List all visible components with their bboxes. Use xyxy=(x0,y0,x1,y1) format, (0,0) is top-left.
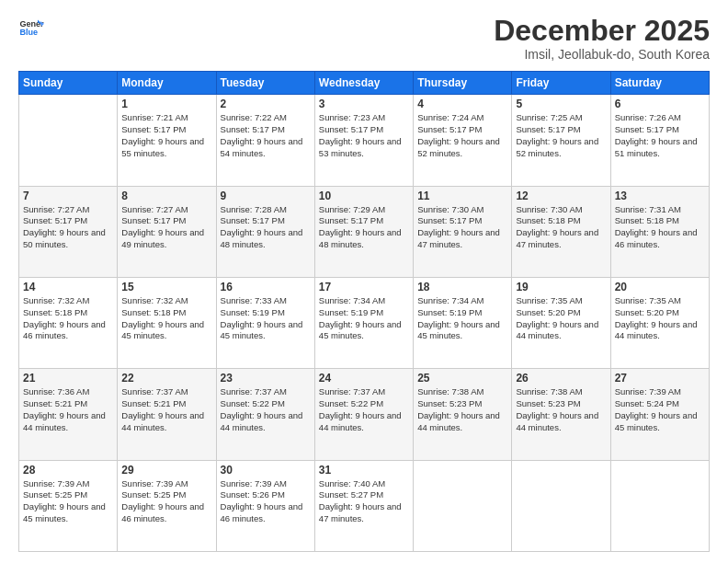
header-thursday: Thursday xyxy=(414,72,512,95)
day-info: Sunrise: 7:37 AMSunset: 5:22 PMDaylight:… xyxy=(319,386,409,433)
header: General Blue December 2025 Imsil, Jeolla… xyxy=(18,15,710,62)
day-info: Sunrise: 7:38 AMSunset: 5:23 PMDaylight:… xyxy=(417,386,507,433)
header-tuesday: Tuesday xyxy=(216,72,314,95)
day-info: Sunrise: 7:21 AMSunset: 5:17 PMDaylight:… xyxy=(121,112,211,159)
table-cell: 19 Sunrise: 7:35 AMSunset: 5:20 PMDaylig… xyxy=(512,277,610,368)
day-number: 5 xyxy=(516,98,606,110)
day-info: Sunrise: 7:27 AMSunset: 5:17 PMDaylight:… xyxy=(121,204,211,251)
day-number: 31 xyxy=(319,464,409,477)
day-number: 14 xyxy=(23,281,113,293)
day-number: 1 xyxy=(121,98,211,110)
day-number: 2 xyxy=(221,98,311,110)
table-cell: 15 Sunrise: 7:32 AMSunset: 5:18 PMDaylig… xyxy=(118,277,216,368)
day-info: Sunrise: 7:38 AMSunset: 5:23 PMDaylight:… xyxy=(516,386,606,433)
day-number: 23 xyxy=(221,372,311,385)
day-number: 15 xyxy=(121,281,211,293)
day-info: Sunrise: 7:35 AMSunset: 5:20 PMDaylight:… xyxy=(516,295,606,342)
header-monday: Monday xyxy=(118,72,216,95)
day-info: Sunrise: 7:32 AMSunset: 5:18 PMDaylight:… xyxy=(121,295,211,342)
day-number: 29 xyxy=(121,464,211,477)
day-info: Sunrise: 7:30 AMSunset: 5:17 PMDaylight:… xyxy=(417,204,507,251)
day-number: 27 xyxy=(615,372,705,385)
table-cell: 7 Sunrise: 7:27 AMSunset: 5:17 PMDayligh… xyxy=(19,186,118,277)
day-number: 26 xyxy=(516,372,606,385)
table-cell: 6 Sunrise: 7:26 AMSunset: 5:17 PMDayligh… xyxy=(610,95,709,186)
day-info: Sunrise: 7:34 AMSunset: 5:19 PMDaylight:… xyxy=(319,295,409,342)
day-number: 22 xyxy=(121,372,211,385)
table-cell: 22 Sunrise: 7:37 AMSunset: 5:21 PMDaylig… xyxy=(118,369,216,460)
table-cell: 21 Sunrise: 7:36 AMSunset: 5:21 PMDaylig… xyxy=(19,369,118,460)
day-info: Sunrise: 7:39 AMSunset: 5:26 PMDaylight:… xyxy=(221,478,311,525)
day-number: 28 xyxy=(23,464,113,477)
week-row-4: 28 Sunrise: 7:39 AMSunset: 5:25 PMDaylig… xyxy=(19,460,710,551)
day-info: Sunrise: 7:26 AMSunset: 5:17 PMDaylight:… xyxy=(615,112,705,159)
table-cell: 3 Sunrise: 7:23 AMSunset: 5:17 PMDayligh… xyxy=(314,95,413,186)
table-cell: 14 Sunrise: 7:32 AMSunset: 5:18 PMDaylig… xyxy=(19,277,118,368)
table-cell: 31 Sunrise: 7:40 AMSunset: 5:27 PMDaylig… xyxy=(314,460,413,551)
table-cell: 27 Sunrise: 7:39 AMSunset: 5:24 PMDaylig… xyxy=(610,369,709,460)
calendar: Sunday Monday Tuesday Wednesday Thursday… xyxy=(18,71,710,552)
day-info: Sunrise: 7:28 AMSunset: 5:17 PMDaylight:… xyxy=(221,204,311,251)
table-cell: 26 Sunrise: 7:38 AMSunset: 5:23 PMDaylig… xyxy=(512,369,610,460)
table-cell: 16 Sunrise: 7:33 AMSunset: 5:19 PMDaylig… xyxy=(216,277,314,368)
day-number: 18 xyxy=(417,281,507,293)
table-cell: 8 Sunrise: 7:27 AMSunset: 5:17 PMDayligh… xyxy=(118,186,216,277)
day-info: Sunrise: 7:37 AMSunset: 5:21 PMDaylight:… xyxy=(121,386,211,433)
day-number: 3 xyxy=(319,98,409,110)
week-row-0: 1 Sunrise: 7:21 AMSunset: 5:17 PMDayligh… xyxy=(19,95,710,186)
table-cell: 28 Sunrise: 7:39 AMSunset: 5:25 PMDaylig… xyxy=(19,460,118,551)
table-cell xyxy=(610,460,709,551)
table-cell: 30 Sunrise: 7:39 AMSunset: 5:26 PMDaylig… xyxy=(216,460,314,551)
month-title: December 2025 xyxy=(494,15,710,47)
table-cell: 23 Sunrise: 7:37 AMSunset: 5:22 PMDaylig… xyxy=(216,369,314,460)
day-number: 4 xyxy=(417,98,507,110)
table-cell: 29 Sunrise: 7:39 AMSunset: 5:25 PMDaylig… xyxy=(118,460,216,551)
day-info: Sunrise: 7:39 AMSunset: 5:24 PMDaylight:… xyxy=(615,386,705,433)
weekday-header-row: Sunday Monday Tuesday Wednesday Thursday… xyxy=(19,72,710,95)
day-number: 6 xyxy=(615,98,705,110)
day-info: Sunrise: 7:27 AMSunset: 5:17 PMDaylight:… xyxy=(23,204,113,251)
table-cell: 12 Sunrise: 7:30 AMSunset: 5:18 PMDaylig… xyxy=(512,186,610,277)
day-info: Sunrise: 7:29 AMSunset: 5:17 PMDaylight:… xyxy=(319,204,409,251)
table-cell: 4 Sunrise: 7:24 AMSunset: 5:17 PMDayligh… xyxy=(414,95,512,186)
day-info: Sunrise: 7:39 AMSunset: 5:25 PMDaylight:… xyxy=(121,478,211,525)
day-number: 21 xyxy=(23,372,113,385)
logo: General Blue xyxy=(18,15,44,40)
table-cell: 9 Sunrise: 7:28 AMSunset: 5:17 PMDayligh… xyxy=(216,186,314,277)
subtitle: Imsil, Jeollabuk-do, South Korea xyxy=(494,47,710,62)
logo-icon: General Blue xyxy=(18,15,44,40)
day-info: Sunrise: 7:31 AMSunset: 5:18 PMDaylight:… xyxy=(615,204,705,251)
table-cell xyxy=(512,460,610,551)
table-cell: 25 Sunrise: 7:38 AMSunset: 5:23 PMDaylig… xyxy=(414,369,512,460)
day-number: 12 xyxy=(516,190,606,202)
header-friday: Friday xyxy=(512,72,610,95)
table-cell: 10 Sunrise: 7:29 AMSunset: 5:17 PMDaylig… xyxy=(314,186,413,277)
day-info: Sunrise: 7:34 AMSunset: 5:19 PMDaylight:… xyxy=(417,295,507,342)
day-info: Sunrise: 7:40 AMSunset: 5:27 PMDaylight:… xyxy=(319,478,409,525)
week-row-3: 21 Sunrise: 7:36 AMSunset: 5:21 PMDaylig… xyxy=(19,369,710,460)
day-info: Sunrise: 7:22 AMSunset: 5:17 PMDaylight:… xyxy=(221,112,311,159)
day-number: 11 xyxy=(417,190,507,202)
table-cell: 1 Sunrise: 7:21 AMSunset: 5:17 PMDayligh… xyxy=(118,95,216,186)
table-cell: 20 Sunrise: 7:35 AMSunset: 5:20 PMDaylig… xyxy=(610,277,709,368)
table-cell xyxy=(19,95,118,186)
day-info: Sunrise: 7:24 AMSunset: 5:17 PMDaylight:… xyxy=(417,112,507,159)
day-number: 16 xyxy=(221,281,311,293)
day-number: 7 xyxy=(23,190,113,202)
header-sunday: Sunday xyxy=(19,72,118,95)
title-area: December 2025 Imsil, Jeollabuk-do, South… xyxy=(494,15,710,62)
day-number: 25 xyxy=(417,372,507,385)
day-number: 9 xyxy=(221,190,311,202)
page: General Blue December 2025 Imsil, Jeolla… xyxy=(0,0,728,563)
table-cell: 18 Sunrise: 7:34 AMSunset: 5:19 PMDaylig… xyxy=(414,277,512,368)
week-row-2: 14 Sunrise: 7:32 AMSunset: 5:18 PMDaylig… xyxy=(19,277,710,368)
week-row-1: 7 Sunrise: 7:27 AMSunset: 5:17 PMDayligh… xyxy=(19,186,710,277)
day-number: 30 xyxy=(221,464,311,477)
day-info: Sunrise: 7:35 AMSunset: 5:20 PMDaylight:… xyxy=(615,295,705,342)
day-number: 24 xyxy=(319,372,409,385)
day-info: Sunrise: 7:32 AMSunset: 5:18 PMDaylight:… xyxy=(23,295,113,342)
day-number: 10 xyxy=(319,190,409,202)
table-cell: 11 Sunrise: 7:30 AMSunset: 5:17 PMDaylig… xyxy=(414,186,512,277)
day-info: Sunrise: 7:23 AMSunset: 5:17 PMDaylight:… xyxy=(319,112,409,159)
svg-text:Blue: Blue xyxy=(19,28,38,37)
